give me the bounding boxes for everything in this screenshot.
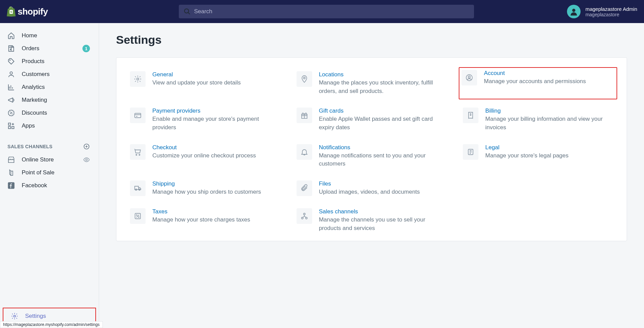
nav-label: Products — [22, 58, 44, 65]
tile-title: Notifications — [319, 144, 447, 151]
facebook-icon — [7, 182, 15, 189]
tile-title: Checkout — [152, 144, 256, 151]
settings-tile-shipping[interactable]: Shipping Manage how you ship orders to c… — [129, 179, 282, 198]
tile-text: Files Upload images, videos, and documen… — [319, 180, 420, 196]
card-icon — [130, 108, 146, 123]
tile-text: Checkout Customize your online checkout … — [152, 144, 256, 160]
search-box[interactable] — [179, 5, 474, 18]
bell-icon — [297, 144, 312, 160]
tile-title: Files — [319, 180, 420, 187]
tile-title: Legal — [485, 144, 568, 151]
channel-label: Facebook — [22, 182, 47, 189]
settings-tile-account[interactable]: Account Manage your accounts and permiss… — [459, 67, 617, 99]
receipt-icon — [463, 108, 478, 123]
channel-point-of-sale[interactable]: Point of Sale — [0, 166, 99, 179]
tile-title: Taxes — [152, 208, 250, 215]
avatar-icon — [569, 7, 579, 16]
discounts-icon — [7, 109, 15, 117]
svg-text:S: S — [10, 10, 12, 14]
sales-channels-header: SALES CHANNELS — [0, 140, 99, 153]
eye-icon[interactable] — [83, 156, 90, 163]
sidebar-item-orders[interactable]: Orders1 — [0, 42, 99, 55]
tile-desc: Manage the channels you use to sell your… — [319, 216, 447, 232]
products-icon — [7, 58, 15, 65]
home-icon — [7, 32, 15, 39]
channel-label: Online Store — [22, 156, 54, 163]
scroll-icon — [463, 144, 478, 160]
user-name: mageplazastore Admin — [585, 6, 637, 12]
tile-desc: View and update your store details — [152, 79, 241, 87]
settings-tile-locations[interactable]: Locations Manage the places you stock in… — [295, 70, 448, 97]
tile-text: Gift cards Enable Apple Wallet passes an… — [319, 108, 447, 132]
tile-text: Billing Manage your billing information … — [485, 108, 613, 132]
customers-icon — [7, 71, 15, 78]
sales-channels-label: SALES CHANNELS — [7, 144, 53, 149]
settings-tile-gift-cards[interactable]: Gift cards Enable Apple Wallet passes an… — [295, 106, 448, 133]
channel-facebook[interactable]: Facebook — [0, 179, 99, 192]
user-text: mageplazastore Admin mageplazastore — [585, 6, 637, 17]
search-icon — [184, 8, 191, 15]
sidebar-item-products[interactable]: Products — [0, 55, 99, 68]
settings-label: Settings — [25, 313, 46, 320]
tile-text: Taxes Manage how your store charges taxe… — [152, 208, 250, 224]
clip-icon — [297, 180, 312, 196]
percent-icon — [130, 208, 146, 224]
channel-online-store[interactable]: Online Store — [0, 153, 99, 166]
search-input[interactable] — [194, 8, 469, 15]
user-menu[interactable]: mageplazastore Admin mageplazastore — [553, 5, 637, 18]
sidebar-item-discounts[interactable]: Discounts — [0, 107, 99, 119]
pin-icon — [297, 71, 312, 87]
settings-tile-files[interactable]: Files Upload images, videos, and documen… — [295, 179, 448, 198]
tile-desc: Manage your store's legal pages — [485, 152, 568, 160]
tile-title: Account — [484, 70, 586, 77]
pos-icon — [7, 169, 15, 176]
tile-title: Locations — [319, 71, 447, 78]
search-area — [99, 5, 553, 18]
main-content: Settings General View and update your st… — [99, 23, 644, 328]
tile-text: Account Manage your accounts and permiss… — [484, 70, 586, 86]
top-header: S shopify mageplazastore Admin mageplaza… — [0, 0, 644, 23]
tile-desc: Manage notifications sent to you and you… — [319, 152, 447, 168]
brand-area[interactable]: S shopify — [7, 6, 99, 17]
gift-icon — [297, 108, 312, 123]
tile-text: Shipping Manage how you ship orders to c… — [152, 180, 261, 196]
add-channel-button[interactable] — [83, 143, 90, 150]
tile-title: Sales channels — [319, 208, 447, 215]
settings-tile-billing[interactable]: Billing Manage your billing information … — [461, 106, 614, 133]
sidebar-item-analytics[interactable]: Analytics — [0, 81, 99, 94]
sidebar-item-apps[interactable]: Apps — [0, 119, 99, 132]
cart-icon — [130, 144, 146, 160]
settings-tile-taxes[interactable]: Taxes Manage how your store charges taxe… — [129, 207, 282, 234]
settings-tile-general[interactable]: General View and update your store detai… — [129, 70, 282, 97]
analytics-icon — [7, 83, 15, 91]
tile-desc: Customize your online checkout process — [152, 152, 256, 160]
user-circle-icon — [461, 70, 477, 85]
page-title: Settings — [116, 33, 627, 46]
tile-text: Sales channels Manage the channels you u… — [319, 208, 447, 232]
tile-text: Notifications Manage notifications sent … — [319, 144, 447, 168]
avatar — [567, 5, 581, 18]
nav-label: Discounts — [22, 110, 47, 116]
tile-desc: Manage your accounts and permissions — [484, 77, 586, 86]
marketing-icon — [7, 96, 15, 104]
tile-title: Shipping — [152, 180, 261, 187]
sidebar-item-customers[interactable]: Customers — [0, 68, 99, 81]
tile-title: Payment providers — [152, 108, 280, 114]
tile-title: Gift cards — [319, 108, 447, 114]
settings-tile-legal[interactable]: Legal Manage your store's legal pages — [461, 143, 614, 170]
nav-label: Analytics — [22, 84, 45, 91]
sidebar-item-marketing[interactable]: Marketing — [0, 94, 99, 107]
nav-label: Orders — [22, 45, 39, 52]
apps-icon — [7, 122, 15, 130]
settings-tile-payment-providers[interactable]: Payment providers Enable and manage your… — [129, 106, 282, 133]
tile-text: Payment providers Enable and manage your… — [152, 108, 280, 132]
shopify-bag-icon: S — [7, 6, 16, 17]
settings-tile-sales-channels[interactable]: Sales channels Manage the channels you u… — [295, 207, 448, 234]
tile-title: Billing — [485, 108, 613, 114]
settings-tile-checkout[interactable]: Checkout Customize your online checkout … — [129, 143, 282, 170]
sidebar-item-home[interactable]: Home — [0, 29, 99, 42]
network-icon — [297, 208, 312, 224]
tile-text: General View and update your store detai… — [152, 71, 241, 87]
brand-text: shopify — [18, 6, 48, 17]
settings-tile-notifications[interactable]: Notifications Manage notifications sent … — [295, 143, 448, 170]
